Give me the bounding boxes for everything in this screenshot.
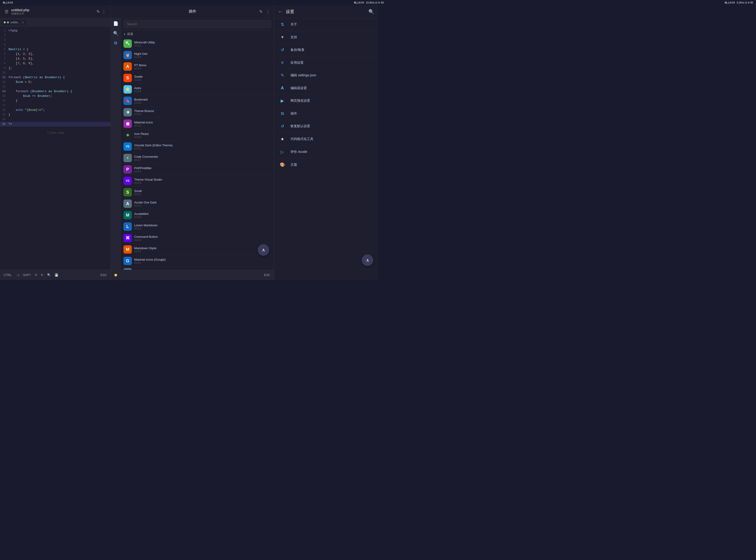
plugin-name: Night Owl [134,52,271,56]
line-num-5: 5 [0,47,8,52]
plugin-version: v1.0.0 [134,78,271,81]
network-middle: 15.5K/s ⊡ ≋ 95 [366,1,378,4]
tab-dot-teal [7,21,9,23]
sidebar-files-icon[interactable]: 📄 [112,20,119,27]
plugin-name: Lorem Markdown [134,223,271,227]
key-esc[interactable]: ESC [101,273,107,277]
plugin-scroll-up-button[interactable]: ∧ [258,244,269,256]
plugins-more-icon[interactable]: ⋮ [265,8,271,15]
plugin-name: Svelte [134,75,271,78]
list-item[interactable]: VS Vscode Dark (Editor Theme) v1.0.1 [121,141,274,152]
settings-item-plugins[interactable]: ⧉ 插件 [274,107,378,120]
list-item[interactable]: 🔖 Bookmark v1.0.0 [121,95,274,107]
code-line-1: 1 <?php [0,28,111,33]
tab-close-icon[interactable]: ✕ [21,21,24,24]
plugin-info-codecommenter: Code Commenter v1.0.7 [134,155,271,161]
settings-item-rate[interactable]: ▷ 评价 Acode [274,146,378,158]
list-item[interactable]: ⚛ Icon React v1.0.0 [121,129,274,141]
list-item[interactable]: P PHPPrettifier v1.0.2 [121,164,274,175]
list-item[interactable]: L Lorem Markdown v1.0.1 [121,221,274,233]
list-item[interactable]: ⛏ Minecraft Utility v1.0.1 [121,38,274,49]
plugins-edit-icon[interactable]: ✎ [258,8,264,15]
plugin-version: v1.0.0 [134,90,271,93]
key-save[interactable]: 💾 [55,273,58,277]
plugin-name: Command Button [134,235,271,238]
list-item[interactable]: VS Theme Visual Studio v1.0.8 [121,175,274,187]
list-item[interactable]: S Smali v1.0.1 [121,187,274,198]
settings-item-edit-json[interactable]: ✎ 编辑 settings.json [274,69,378,82]
key-undo[interactable]: ↺ [35,273,37,277]
sidebar-plugin-icon[interactable]: ⧉ [113,40,118,46]
list-item[interactable]: G Git Dust v1.0.0 [121,267,274,270]
settings-item-backup[interactable]: ↺ 备份/恢复 [274,44,378,57]
plugin-search-input[interactable] [123,20,271,28]
list-item[interactable]: G Material Icons (Google) v1.0.1 [121,255,274,267]
list-item[interactable]: A PT Mono v1.0.1 [121,61,274,72]
settings-item-about[interactable]: ⇅ 关于 [274,18,378,31]
code-line-2: 2 [0,33,111,38]
plugin-icon-cmd: ⌘ [123,234,132,242]
plugin-version: v1.0.0 [134,136,271,138]
list-item[interactable]: M AcodeMint v1.0.0 [121,209,274,221]
list-item[interactable]: M Markdown Styler v1.0.2 [121,244,274,255]
settings-item-restore[interactable]: ↺ 恢复默认设置 [274,120,378,133]
key-search[interactable]: 🔍 [47,273,51,277]
plugin-info-vscode: Vscode Dark (Editor Theme) v1.0.1 [134,143,271,150]
sidebar-search-icon[interactable]: 🔍 [112,30,119,37]
plugin-version: v1.0.2 [134,250,271,253]
code-editor[interactable]: 1 <?php 2 3 4 5 $matrix = [ 6 [1, 2 [0,26,111,270]
plugin-esc[interactable]: ESC [264,273,270,277]
list-item[interactable]: ⭐ Astro v1.0.0 [121,84,274,95]
support-icon: ♥ [279,35,286,40]
list-item[interactable]: ⌘ Command Button v1.0.2 [121,233,274,244]
time-middle: 晚上8:04 [354,1,364,4]
plugin-icon-minecraft: ⛏ [123,39,132,48]
list-item[interactable]: 🦉 Night Owl v1.0.4 [121,49,274,61]
tab-untitled[interactable]: untitle... ✕ [2,20,26,25]
line-num-7: 7 [0,57,8,61]
key-shift[interactable]: SHFT [23,273,31,277]
key-redo[interactable]: ↻ [41,273,43,277]
edit-icon[interactable]: ✎ [96,8,101,15]
settings-panel: ← 设置 🔍 ⇅ 关于 ♥ 支持 ↺ 备份/恢复 ≡ 应用设置 [274,5,378,280]
editor-subtitle: 创建新文件 [11,12,96,15]
list-item[interactable]: S Svelte v1.0.0 [121,72,274,84]
scroll-up-button[interactable]: ∧ [362,254,373,266]
line-num-18: 18 [0,108,8,113]
explore-section-header[interactable]: ▼ 探索 [121,30,274,38]
line-num-15: 15 [0,94,8,98]
editor-title-bar: ☰ untitled.php 创建新文件 ✎ ⋮ [0,5,111,18]
plugin-version: v1.0.8 [134,181,271,184]
watermark: rjshe.com [47,131,63,135]
more-icon[interactable]: ⋮ [101,8,107,15]
editor-title-text: untitled.php 创建新文件 [11,8,96,15]
list-item[interactable]: // Code Commenter v1.0.7 [121,152,274,164]
plugin-icon-svelte: S [123,74,132,82]
settings-item-label: 应用设置 [291,61,303,65]
settings-item-theme[interactable]: 🎨 主题 [274,158,378,171]
settings-item-preview[interactable]: ▶ 网页预览设置 [274,95,378,107]
settings-item-formatter[interactable]: ★ 代码格式化工具 [274,133,378,146]
plugin-icon-mdstyler: M [123,245,132,254]
settings-item-editor[interactable]: A 编辑器设置 [274,82,378,95]
line-num-4: 4 [0,42,8,47]
key-tab[interactable]: →| [15,273,19,277]
list-item[interactable]: 💨 Theme Breeze v1.0.0 [121,107,274,118]
line-num-6: 6 [0,52,8,57]
list-item[interactable]: ◼ Material icons v1.1.0 [121,118,274,129]
list-item[interactable]: A Acode One Dark v1.0.2 [121,198,274,209]
code-line-21: 21 ?> [0,122,111,126]
plugin-info-bookmark: Bookmark v1.0.0 [134,98,271,104]
plugin-version: v1.0.1 [134,227,271,230]
menu-icon[interactable]: ☰ [4,8,9,15]
settings-item-label: 恢复默认设置 [291,124,310,128]
line-content-7: [4, 5, 6], [8,57,34,61]
plugin-name: PHPPrettifier [134,166,271,170]
settings-item-support[interactable]: ♥ 支持 [274,31,378,44]
plugins-panel: 插件 ✎ ⋮ 📄 🔍 ⧉ ▼ 探索 [111,5,274,280]
settings-search-button[interactable]: 🔍 [369,9,374,15]
settings-item-app[interactable]: ≡ 应用设置 [274,57,378,69]
key-ctrl[interactable]: CTRL [4,273,12,277]
settings-back-button[interactable]: ← [278,8,283,15]
plugin-info-minecraft: Minecraft Utility v1.0.1 [134,41,271,47]
